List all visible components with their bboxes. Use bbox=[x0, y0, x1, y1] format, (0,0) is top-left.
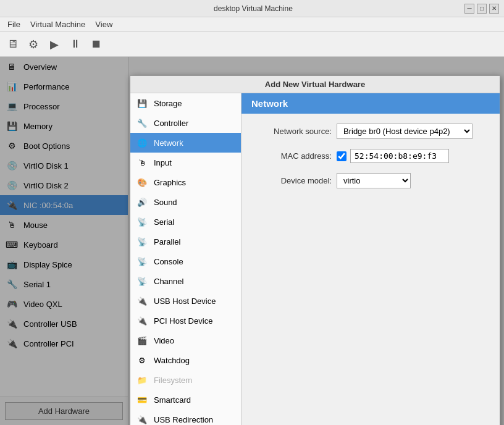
close-button[interactable]: ✕ bbox=[489, 4, 499, 14]
hw-item-parallel[interactable]: 📡 Parallel bbox=[130, 232, 241, 251]
menu-view[interactable]: View bbox=[90, 19, 117, 30]
hw-item-input[interactable]: 🖱 Input bbox=[130, 153, 241, 172]
device-model-row: Device model: virtio e1000 rtl8139 ne2k_… bbox=[251, 173, 490, 188]
hardware-list: 💾 Storage 🔧 Controller 🌐 Network 🖱 bbox=[130, 93, 242, 425]
hw-label-pci-host: PCI Host Device bbox=[154, 316, 212, 326]
mac-address-input[interactable] bbox=[350, 149, 449, 163]
network-source-control: Bridge br0 (Host device p4p2) NAT Isolat… bbox=[337, 124, 490, 139]
hw-label-channel: Channel bbox=[154, 277, 183, 286]
hw-label-usb-redirection: USB Redirection bbox=[154, 415, 213, 424]
hw-item-controller[interactable]: 🔧 Controller bbox=[130, 113, 241, 133]
monitor-button[interactable]: 🖥 bbox=[2, 35, 22, 54]
main-window: desktop Virtual Machine ─ □ ✕ File Virtu… bbox=[0, 0, 504, 425]
title-bar: desktop Virtual Machine ─ □ ✕ bbox=[0, 0, 504, 17]
network-source-select[interactable]: Bridge br0 (Host device p4p2) NAT Isolat… bbox=[337, 124, 472, 139]
hw-item-pci-host[interactable]: 🔌 PCI Host Device bbox=[130, 311, 241, 330]
channel-icon: 📡 bbox=[135, 274, 149, 288]
add-hardware-dialog: Add New Virtual Hardware 💾 Storage 🔧 Con… bbox=[130, 75, 500, 425]
play-button[interactable]: ▶ bbox=[44, 35, 64, 54]
hw-label-watchdog: Watchdog bbox=[154, 356, 190, 365]
usb-redirection-icon: 🔌 bbox=[135, 413, 149, 425]
hw-label-filesystem: Filesystem bbox=[154, 376, 192, 385]
hw-label-video: Video bbox=[154, 336, 174, 345]
hw-item-usb-host[interactable]: 🔌 USB Host Device bbox=[130, 291, 241, 311]
minimize-button[interactable]: ─ bbox=[464, 4, 474, 14]
toolbar: 🖥 ⚙ ▶ ⏸ ⏹ bbox=[0, 32, 504, 57]
mac-address-row: MAC address: bbox=[251, 149, 490, 163]
mac-address-control bbox=[337, 149, 490, 163]
hardware-detail-panel: Network Network source: Bridge br0 (Host… bbox=[242, 93, 500, 425]
hw-item-serial[interactable]: 📡 Serial bbox=[130, 212, 241, 232]
hw-label-parallel: Parallel bbox=[154, 237, 180, 246]
hw-label-network: Network bbox=[154, 138, 183, 148]
hw-item-channel[interactable]: 📡 Channel bbox=[130, 271, 241, 291]
hw-label-storage: Storage bbox=[154, 99, 182, 108]
smartcard-icon: 💳 bbox=[135, 393, 149, 406]
watchdog-icon: ⚙ bbox=[135, 353, 149, 367]
stop-button[interactable]: ⏹ bbox=[86, 35, 106, 54]
usb-host-icon: 🔌 bbox=[135, 294, 149, 308]
settings-button[interactable]: ⚙ bbox=[23, 35, 43, 54]
sound-icon: 🔊 bbox=[135, 195, 149, 209]
menu-bar: File Virtual Machine View bbox=[0, 17, 504, 32]
window-title: desktop Virtual Machine bbox=[42, 4, 464, 13]
hw-item-smartcard[interactable]: 💳 Smartcard bbox=[130, 390, 241, 410]
hw-label-usb-host: USB Host Device bbox=[154, 297, 216, 306]
content-area: 🖥 Overview 📊 Performance 💻 Processor 💾 M… bbox=[0, 57, 504, 425]
hw-label-sound: Sound bbox=[154, 198, 177, 207]
device-model-label: Device model: bbox=[251, 176, 332, 185]
storage-icon: 💾 bbox=[135, 96, 149, 110]
network-icon: 🌐 bbox=[135, 136, 149, 149]
hw-item-filesystem: 📁 Filesystem bbox=[130, 370, 241, 390]
mac-checkbox[interactable] bbox=[337, 151, 346, 161]
mac-address-label: MAC address: bbox=[251, 151, 332, 161]
parallel-icon: 📡 bbox=[135, 235, 149, 248]
network-source-row: Network source: Bridge br0 (Host device … bbox=[251, 124, 490, 139]
console-icon: 📡 bbox=[135, 255, 149, 268]
hw-item-sound[interactable]: 🔊 Sound bbox=[130, 192, 241, 212]
dialog-title: Add New Virtual Hardware bbox=[130, 76, 500, 93]
hw-item-usb-redirection[interactable]: 🔌 USB Redirection bbox=[130, 410, 241, 425]
device-model-select[interactable]: virtio e1000 rtl8139 ne2k_pci bbox=[337, 173, 411, 188]
hw-item-graphics[interactable]: 🎨 Graphics bbox=[130, 172, 241, 192]
hw-item-watchdog[interactable]: ⚙ Watchdog bbox=[130, 350, 241, 370]
hw-item-console[interactable]: 📡 Console bbox=[130, 251, 241, 271]
hw-item-video[interactable]: 🎬 Video bbox=[130, 330, 241, 350]
controller-icon: 🔧 bbox=[135, 116, 149, 130]
serial-icon: 📡 bbox=[135, 215, 149, 229]
hw-label-console: Console bbox=[154, 257, 183, 266]
detail-header: Network bbox=[242, 93, 500, 114]
detail-content: Network source: Bridge br0 (Host device … bbox=[242, 114, 500, 425]
hw-item-storage[interactable]: 💾 Storage bbox=[130, 93, 241, 113]
hw-label-controller: Controller bbox=[154, 119, 188, 128]
video-icon: 🎬 bbox=[135, 334, 149, 347]
hw-item-network[interactable]: 🌐 Network bbox=[130, 133, 241, 153]
menu-file[interactable]: File bbox=[2, 19, 25, 30]
hw-label-input: Input bbox=[154, 158, 172, 167]
network-source-label: Network source: bbox=[251, 127, 332, 136]
window-controls: ─ □ ✕ bbox=[464, 4, 499, 14]
dialog-body: 💾 Storage 🔧 Controller 🌐 Network 🖱 bbox=[130, 93, 500, 425]
pci-host-icon: 🔌 bbox=[135, 314, 149, 327]
maximize-button[interactable]: □ bbox=[477, 4, 487, 14]
pause-button[interactable]: ⏸ bbox=[65, 35, 85, 54]
filesystem-icon: 📁 bbox=[135, 373, 149, 387]
menu-virtual-machine[interactable]: Virtual Machine bbox=[25, 19, 90, 30]
hw-label-serial: Serial bbox=[154, 217, 174, 227]
hw-label-smartcard: Smartcard bbox=[154, 395, 191, 405]
hw-label-graphics: Graphics bbox=[154, 178, 186, 187]
input-icon: 🖱 bbox=[135, 156, 149, 169]
device-model-control: virtio e1000 rtl8139 ne2k_pci bbox=[337, 173, 490, 188]
graphics-icon: 🎨 bbox=[135, 175, 149, 189]
dialog-overlay: Add New Virtual Hardware 💾 Storage 🔧 Con… bbox=[0, 57, 504, 425]
